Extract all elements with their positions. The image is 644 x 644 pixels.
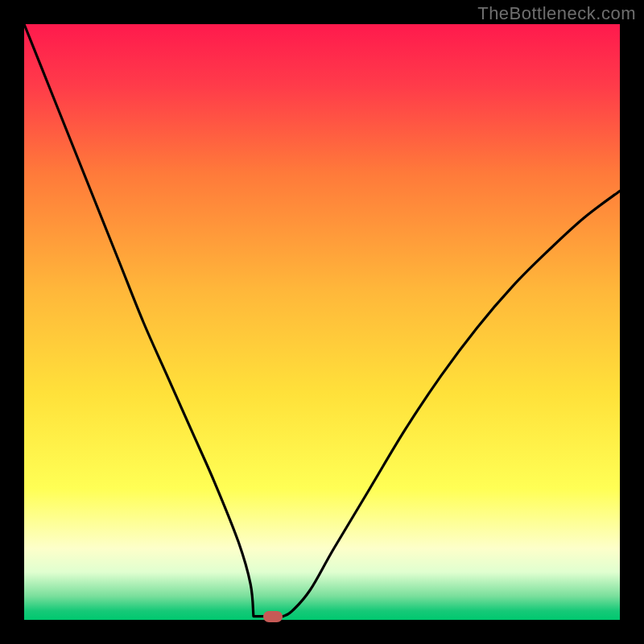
optimal-marker xyxy=(263,611,283,622)
chart-frame: TheBottleneck.com xyxy=(0,0,644,644)
bottleneck-curve xyxy=(24,24,620,620)
plot-area xyxy=(24,24,620,620)
watermark-text: TheBottleneck.com xyxy=(477,3,636,24)
